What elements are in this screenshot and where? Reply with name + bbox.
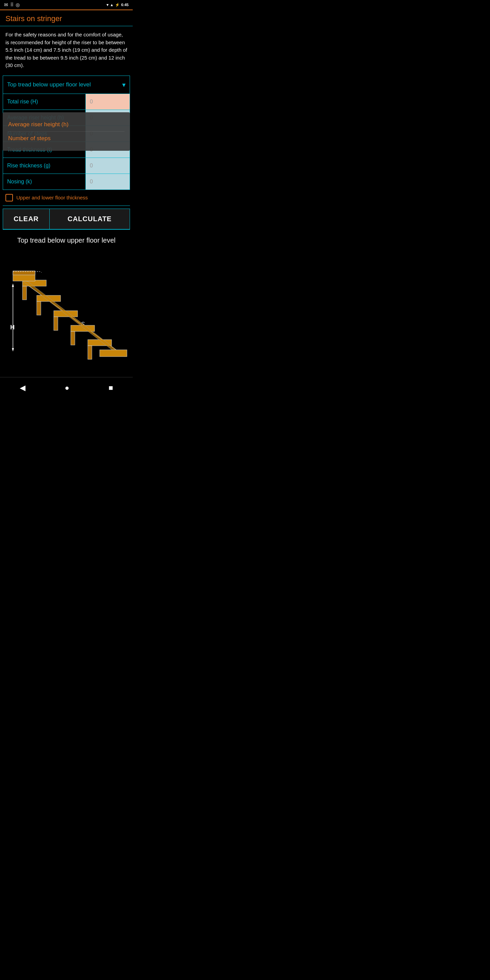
status-icons-left: ✉ ⠿ ◎	[4, 2, 20, 8]
field-label-total-rise: Total rise (H)	[3, 94, 86, 110]
clear-button[interactable]: CLEAR	[3, 208, 50, 229]
field-input-rise-thickness[interactable]	[86, 158, 130, 173]
svg-rect-10	[37, 301, 41, 315]
svg-rect-0	[3, 251, 130, 367]
field-row-nosing: Nosing (k)	[3, 173, 130, 189]
svg-rect-22	[100, 350, 127, 356]
field-row-rise-thickness: Rise thickness (g)	[3, 158, 130, 173]
app-title: Stairs on stringer	[5, 14, 62, 23]
app-description: For the safety reasons and for the comfo…	[0, 26, 133, 74]
diagram-title: Top tread below upper floor level	[3, 237, 130, 244]
circle-icon: ◎	[16, 2, 20, 8]
field-label-nosing: Nosing (k)	[3, 174, 86, 189]
status-bar: ✉ ⠿ ◎ ▾ ▲ ⚡ 6:45	[0, 0, 133, 10]
action-buttons-row: CLEAR CALCULATE	[3, 208, 130, 229]
status-right: ▾ ▲ ⚡ 6:45	[107, 3, 129, 7]
svg-rect-8	[22, 286, 27, 300]
svg-rect-16	[88, 346, 92, 360]
calculate-button[interactable]: CALCULATE	[50, 208, 130, 229]
nav-back-button[interactable]: ◀	[13, 382, 32, 395]
nav-bar: ◀ ● ■	[0, 377, 133, 398]
dots-icon: ⠿	[10, 2, 14, 8]
dropdown-selector[interactable]: Top tread below upper floor level ▾	[3, 76, 130, 94]
field-input-nosing[interactable]	[86, 174, 130, 189]
field-row-total-rise: Total rise (H)	[3, 94, 130, 110]
signal-icon: ▲	[110, 3, 114, 7]
field-label-rise-thickness: Rise thickness (g)	[3, 158, 86, 173]
app-header: Stairs on stringer	[0, 10, 133, 26]
tooltip-item-num-steps[interactable]: Number of steps	[8, 131, 124, 145]
chevron-down-icon: ▾	[122, 81, 126, 89]
dropdown-label: Top tread below upper floor level	[7, 81, 91, 88]
nav-home-button[interactable]: ●	[58, 382, 76, 395]
svg-text:.: .	[41, 269, 42, 273]
stair-diagram: H S	[3, 251, 130, 367]
nav-recent-button[interactable]: ■	[102, 382, 120, 395]
time-display: 6:45	[121, 3, 129, 7]
dropdown-tooltip: Average riser height (h) Number of steps	[3, 112, 130, 151]
field-input-total-rise[interactable]	[86, 94, 130, 110]
checkbox-label-floor-thickness: Upper and lower floor thickness	[16, 195, 88, 200]
diagram-section: Top tread below upper floor level H S	[0, 230, 133, 374]
wifi-icon: ▾	[107, 3, 108, 7]
svg-rect-14	[71, 331, 75, 345]
tooltip-item-avg-riser[interactable]: Average riser height (h)	[8, 118, 124, 131]
svg-text:H: H	[10, 324, 14, 331]
battery-icon: ⚡	[115, 3, 120, 7]
checkbox-floor-thickness[interactable]	[5, 194, 13, 202]
mail-icon: ✉	[4, 2, 8, 8]
svg-rect-12	[54, 317, 58, 331]
stair-diagram-svg: H S	[3, 251, 130, 367]
checkbox-row-floor-thickness[interactable]: Upper and lower floor thickness	[3, 190, 130, 206]
